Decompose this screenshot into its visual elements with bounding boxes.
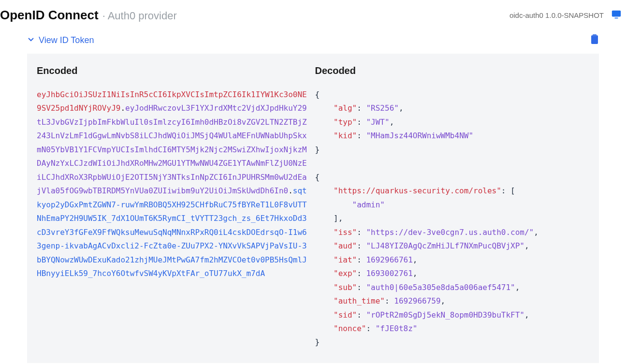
svg-rect-0 (612, 11, 621, 17)
chevron-down-icon (27, 35, 35, 45)
encoded-token[interactable]: eyJhbGciOiJSUzI1NiIsInR5cCI6IkpXVCIsImtp… (37, 88, 311, 281)
decoded-title: Decoded (315, 65, 590, 76)
svg-rect-4 (593, 34, 597, 36)
encoded-column: Encoded eyJhbGciOiJSUzI1NiIsInR5cCI6IkpX… (37, 65, 311, 349)
jwt-payload-segment: eyJodHRwczovL3F1YXJrdXMtc2VjdXJpdHkuY29t… (37, 103, 307, 195)
clipboard-icon[interactable] (590, 34, 599, 46)
svg-rect-2 (591, 35, 598, 44)
page-subtitle: · Auth0 provider (102, 10, 177, 22)
page-header: OpenID Connect · Auth0 provider oidc-aut… (0, 0, 626, 30)
page-title: OpenID Connect (0, 8, 99, 23)
jwt-signature-segment: sqtkyop2yDGxPmtZGWN7-ruwYmRBOBQ5XH925CHf… (37, 186, 307, 278)
encoded-title: Encoded (37, 65, 311, 76)
jwt-separator: . (288, 186, 293, 195)
header-meta: oidc-auth0 1.0.0-SNAPSHOT (510, 9, 622, 21)
header-title-group: OpenID Connect · Auth0 provider (0, 8, 177, 23)
view-id-token-label: View ID Token (39, 35, 94, 45)
view-id-token-toggle[interactable]: View ID Token (27, 35, 94, 45)
decoded-column: Decoded { "alg": "RS256", "typ": "JWT", … (315, 65, 590, 349)
svg-rect-1 (614, 17, 618, 18)
version-label: oidc-auth0 1.0.0-SNAPSHOT (510, 11, 604, 19)
token-section-header: View ID Token (0, 34, 626, 46)
monitor-icon[interactable] (611, 9, 622, 21)
jwt-separator: . (120, 103, 125, 113)
token-panel: Encoded eyJhbGciOiJSUzI1NiIsInR5cCI6IkpX… (27, 54, 599, 363)
decoded-json[interactable]: { "alg": "RS256", "typ": "JWT", "kid": "… (315, 88, 590, 349)
